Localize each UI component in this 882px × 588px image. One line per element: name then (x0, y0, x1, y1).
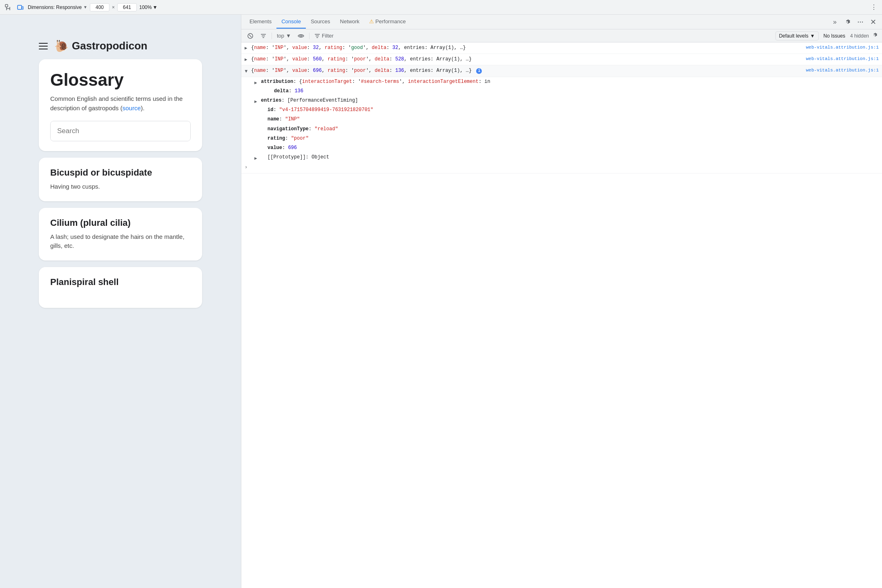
term-desc-bicuspid: Having two cusps. (50, 182, 191, 192)
svg-point-7 (860, 21, 861, 22)
live-expressions-button[interactable] (295, 31, 307, 41)
expand-arrow-3[interactable]: ▶ (243, 70, 250, 73)
log-levels-button[interactable]: Default levels ▼ (775, 31, 819, 40)
svg-point-6 (858, 21, 859, 22)
clear-console-button[interactable] (245, 31, 256, 41)
dim-separator: × (112, 4, 115, 10)
browser-panel: 🐌 Gastropodicon Glossary Common English … (0, 15, 241, 588)
term-card-bicuspid: Bicuspid or bicuspidate Having two cusps… (39, 158, 202, 201)
attribution-row: ▶ attribution: {interactionTarget: '#sea… (241, 77, 882, 87)
delta-row: delta: 136 (241, 87, 882, 96)
console-output: ▶ web-vitals.attribution.js:1 {name: 'IN… (241, 42, 882, 588)
console-prompt-row[interactable]: › (241, 162, 882, 174)
devtools-tabs: Elements Console Sources Network ⚠Perfor… (241, 15, 882, 29)
console-entry-2: ▶ web-vitals.attribution.js:1 {name: 'IN… (241, 54, 882, 65)
console-entry-1: ▶ web-vitals.attribution.js:1 {name: 'IN… (241, 42, 882, 54)
info-badge[interactable]: i (476, 68, 482, 74)
term-card-planispiral: Planispiral shell (39, 267, 202, 308)
inspect-element-button[interactable] (3, 2, 13, 12)
svg-point-8 (862, 21, 863, 22)
entry-link-1[interactable]: web-vitals.attribution.js:1 (806, 44, 879, 51)
term-title-bicuspid: Bicuspid or bicuspidate (50, 167, 191, 178)
hamburger-menu-button[interactable] (39, 43, 48, 49)
term-desc-cilium: A lash; used to designate the hairs on t… (50, 232, 191, 251)
expand-arrow-prototype[interactable]: ▶ (254, 155, 257, 163)
deep-rating-row: rating: "poor" (241, 134, 882, 143)
top-bar: Dimensions: Responsive ▼ × 100% ▼ ⋮ (0, 0, 882, 15)
devtools-panel: Elements Console Sources Network ⚠Perfor… (241, 15, 882, 588)
expand-arrow-entries[interactable]: ▶ (254, 98, 257, 106)
top-bar-right: ⋮ (869, 2, 879, 13)
prompt-icon: › (245, 164, 247, 172)
expand-arrow-1[interactable]: ▶ (245, 45, 247, 52)
deep-id-row: id: "v4-1715704899419-7631921820701" (241, 105, 882, 115)
devtools-close-button[interactable]: ✕ (868, 16, 879, 28)
svg-point-14 (300, 35, 302, 37)
filter-button[interactable] (258, 31, 269, 41)
tab-network[interactable]: Network (335, 15, 365, 29)
console-sub-toolbar: top ▼ Filter Defau (241, 29, 882, 42)
term-title-cilium: Cilium (plural cilia) (50, 218, 191, 228)
main-layout: 🐌 Gastropodicon Glossary Common English … (0, 15, 882, 588)
expand-arrow-attribution[interactable]: ▶ (254, 80, 257, 87)
tab-performance[interactable]: ⚠Performance (364, 15, 410, 29)
dt-tab-settings: ✕ (842, 16, 879, 28)
svg-rect-0 (5, 4, 8, 7)
browser-content: 🐌 Gastropodicon Glossary Common English … (39, 31, 202, 308)
deep-value-row: value: 696 (241, 143, 882, 153)
snail-icon: 🐌 (54, 39, 69, 53)
issues-settings-button[interactable] (871, 31, 879, 40)
top-bar-left: Dimensions: Responsive ▼ × 100% ▼ (3, 2, 866, 12)
sub-toolbar-separator-1 (272, 33, 272, 39)
responsive-mode-button[interactable] (16, 2, 25, 12)
source-link[interactable]: source (122, 105, 141, 111)
filter-icon-button[interactable]: Filter (312, 31, 336, 40)
search-input[interactable] (51, 121, 190, 141)
zoom-button[interactable]: 100% ▼ (139, 4, 158, 10)
entry-link-3[interactable]: web-vitals.attribution.js:1 (806, 67, 879, 74)
dimensions-chevron: ▼ (83, 5, 87, 9)
more-tabs-button[interactable]: » (830, 17, 840, 27)
more-options-button[interactable]: ⋮ (869, 2, 879, 13)
term-title-planispiral: Planispiral shell (50, 277, 191, 287)
svg-rect-4 (18, 5, 22, 9)
svg-rect-5 (22, 7, 23, 9)
console-entry-3: ▶ web-vitals.attribution.js:1 {name: 'IN… (241, 65, 882, 77)
svg-line-10 (249, 35, 252, 37)
deep-name-row: name: "INP" (241, 115, 882, 124)
height-input[interactable] (117, 3, 137, 11)
dimensions-label: Dimensions: Responsive ▼ (28, 4, 87, 10)
context-selector[interactable]: top ▼ (274, 31, 294, 40)
no-issues-label: No Issues (820, 33, 849, 39)
tab-elements[interactable]: Elements (245, 15, 276, 29)
prototype-row: ▶ [[Prototype]]: Object (241, 153, 882, 162)
site-logo: 🐌 Gastropodicon (54, 39, 147, 53)
deep-navtype-row: navigationType: "reload" (241, 125, 882, 134)
glossary-card: Glossary Common English and scientific t… (39, 59, 202, 151)
glossary-desc: Common English and scientific terms used… (50, 94, 191, 113)
entry-link-2[interactable]: web-vitals.attribution.js:1 (806, 56, 879, 63)
tab-console[interactable]: Console (276, 15, 306, 29)
devtools-more-button[interactable] (855, 17, 866, 27)
devtools-settings-button[interactable] (842, 17, 853, 27)
term-card-cilium: Cilium (plural cilia) A lash; used to de… (39, 208, 202, 261)
search-input-wrapper (50, 121, 191, 141)
sub-toolbar-separator-2 (309, 33, 310, 39)
site-header: 🐌 Gastropodicon (39, 31, 202, 59)
glossary-title: Glossary (50, 71, 191, 89)
hidden-count-button[interactable]: 4 hidden (850, 33, 869, 39)
expand-arrow-2[interactable]: ▶ (245, 56, 247, 64)
width-input[interactable] (90, 3, 109, 11)
entries-row: ▶ entries: [PerformanceEventTiming] (241, 96, 882, 105)
tab-sources[interactable]: Sources (306, 15, 335, 29)
sub-toolbar-right: Default levels ▼ No Issues 4 hidden (775, 31, 879, 40)
